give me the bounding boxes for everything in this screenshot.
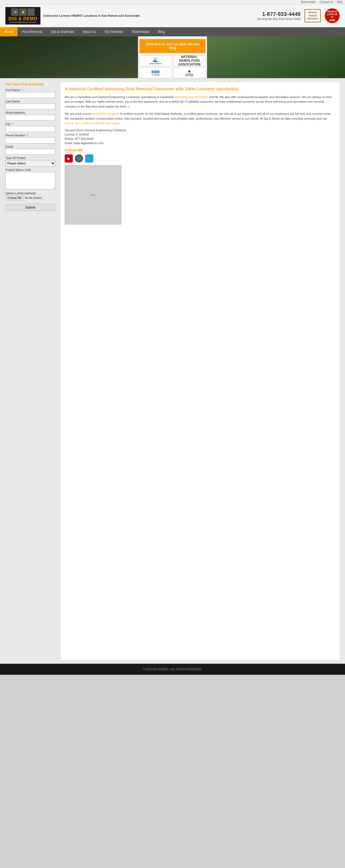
faq-link[interactable]: FAQ <box>337 1 342 3</box>
nav-about-us[interactable]: About Us <box>78 27 100 36</box>
map-placeholder: Map <box>65 165 121 224</box>
follow-title: Follow Me <box>65 148 336 152</box>
city-group: City: * <box>5 122 55 132</box>
file-choose-button[interactable]: Choose File <box>5 196 24 200</box>
form-title: Get Your Free Estimate <box>5 82 55 86</box>
email-info: Email: www.diganddemo.com <box>65 142 336 145</box>
map-label: Map <box>90 193 95 196</box>
file-input-row: Choose File No file chosen <box>5 196 55 200</box>
first-name-label: First Name: * <box>5 88 55 92</box>
email-label: Email: <box>5 145 55 148</box>
page-title: A Diamond Certified Swimming Pool Remova… <box>65 86 336 92</box>
yelp-badge: PEOPLE LOVE US on yelp <box>325 8 340 23</box>
phone-area: 1-877-933-4448 Serving the Bay Area Sinc… <box>257 11 301 21</box>
last-name-input[interactable] <box>5 103 55 110</box>
project-specs-group: Project Specs / Info <box>5 168 55 190</box>
content-area: A Diamond Certified Swimming Pool Remova… <box>61 82 340 660</box>
nav-our-services[interactable]: Our Services <box>100 27 127 36</box>
main-content: Get Your Free Estimate First Name: * Las… <box>0 78 345 664</box>
company-name: Dig and Demo General Engineering Contrac… <box>65 128 336 132</box>
content-para1: We are a Demolition and General Engineer… <box>65 95 336 109</box>
logo-title: DIG & DEMO <box>9 17 37 21</box>
youtube-icon[interactable]: ▶ <box>65 154 73 162</box>
top-bar: Testimonials Contact Us FAQ <box>0 0 345 4</box>
cert-green-business: 🌊 Green Business <box>139 55 172 66</box>
demolition-link[interactable]: demolition company <box>92 112 119 115</box>
logo-icon-3: 🎵 <box>27 8 35 16</box>
sidebar: Get Your Free Estimate First Name: * Las… <box>5 82 55 660</box>
contact-link[interactable]: Contact Us <box>320 1 333 3</box>
project-specs-textarea[interactable] <box>5 172 55 189</box>
first-name-group: First Name: * <box>5 88 55 98</box>
blog-button[interactable]: Click here to visit our pool removal blo… <box>139 39 206 53</box>
logo-subtitle: General Engineering Contractor <box>10 21 36 23</box>
license-info: License #: 934630 <box>65 133 336 136</box>
license-text: Contractor License #993947 Locations in … <box>43 14 139 18</box>
serving-text: Serving the Bay Area Since 2000 <box>257 17 301 21</box>
globe-icon[interactable]: 🌐 <box>75 154 83 162</box>
content-para2: We are a full service demolition company… <box>65 112 336 126</box>
street-group: Street Address: <box>5 111 55 121</box>
nav-pool-removal[interactable]: Pool Removal <box>18 27 46 36</box>
logo-area: 🚜 ⚡ 🎵 DIG & DEMO General Engineering Con… <box>5 7 139 25</box>
hero-section: Click here to visit our pool removal blo… <box>0 36 345 78</box>
project-type-select[interactable]: Please Select <box>5 160 55 166</box>
email-link[interactable]: www.diganddemo.com <box>74 142 104 145</box>
footer: © 2024 DIG & DEMO - ALL RIGHTS RESERVED <box>0 664 345 675</box>
upload-label: Upload a photo (optional) <box>5 192 55 195</box>
yelp-text: PEOPLE LOVE US on yelp <box>327 10 338 22</box>
logo-icon-1: 🚜 <box>11 8 19 16</box>
last-name-group: Last Name: <box>5 100 55 110</box>
company-info: Dig and Demo General Engineering Contrac… <box>65 128 336 145</box>
nav-get-estimate[interactable]: Get an Estimate <box>46 27 78 36</box>
phone-number: 1-877-933-4448 <box>257 11 301 17</box>
upload-group: Upload a photo (optional) Choose File No… <box>5 192 55 200</box>
project-type-group: Type Of Project Please Select <box>5 156 55 166</box>
phone-group: Phone Number: * <box>5 134 55 143</box>
cert-diamond: ◆ DIAMONDCERTIFIED <box>173 67 206 78</box>
nav-home[interactable]: Home <box>0 27 18 36</box>
veteran-badge: Veteran Owned Business <box>305 9 321 22</box>
project-type-label: Type Of Project <box>5 156 55 159</box>
footer-text: © 2024 DIG & DEMO - ALL RIGHTS RESERVED <box>143 668 202 671</box>
header: 🚜 ⚡ 🎵 DIG & DEMO General Engineering Con… <box>0 4 345 27</box>
cert-bbb: BBB A+ RATED <box>139 67 172 78</box>
file-none-text: No file chosen <box>25 196 42 199</box>
logo-icons: 🚜 ⚡ 🎵 <box>11 8 35 16</box>
city-input[interactable] <box>5 126 55 132</box>
cert-demolition: NATIONALDEMOLITIONASSOCIATION <box>173 55 206 66</box>
email-group: Email: <box>5 145 55 155</box>
estimate-form: First Name: * Last Name: Street Address:… <box>5 88 55 211</box>
submit-button[interactable]: Submit <box>5 204 55 211</box>
twitter-icon[interactable]: 🐦 <box>85 154 93 162</box>
navigation: Home Pool Removal Get an Estimate About … <box>0 27 345 36</box>
logo: 🚜 ⚡ 🎵 DIG & DEMO General Engineering Con… <box>5 7 40 25</box>
content-spacer <box>65 224 336 656</box>
hero-center: Click here to visit our pool removal blo… <box>138 36 207 78</box>
swimming-link[interactable]: swimming pool demolition <box>175 95 208 99</box>
street-label: Street Address: <box>5 111 55 114</box>
social-icons: ▶ 🌐 🐦 <box>65 154 336 162</box>
project-specs-label: Project Specs / Info <box>5 168 55 172</box>
last-name-label: Last Name: <box>5 100 55 103</box>
cert-logos: 🌊 Green Business NATIONALDEMOLITIONASSOC… <box>139 55 206 78</box>
logo-icon-2: ⚡ <box>19 8 27 16</box>
nav-blog[interactable]: Blog <box>154 27 169 36</box>
hero-image-right <box>207 36 345 78</box>
city-label: City: * <box>5 122 55 126</box>
hero-image-left <box>0 36 138 78</box>
phone-input[interactable] <box>5 137 55 143</box>
nav-testimonials[interactable]: Testimonials <box>127 27 154 36</box>
street-input[interactable] <box>5 115 55 121</box>
testimonials-link[interactable]: Testimonials <box>301 1 315 3</box>
email-input[interactable] <box>5 149 55 155</box>
phone-info: Phone: 877-933-4448 <box>65 137 336 141</box>
first-name-input[interactable] <box>5 92 55 98</box>
phone-label: Phone Number: * <box>5 134 55 137</box>
recycle-link[interactable]: recycle up to 100% of what we haul away <box>65 122 119 125</box>
header-right: 1-877-933-4448 Serving the Bay Area Sinc… <box>257 8 340 23</box>
